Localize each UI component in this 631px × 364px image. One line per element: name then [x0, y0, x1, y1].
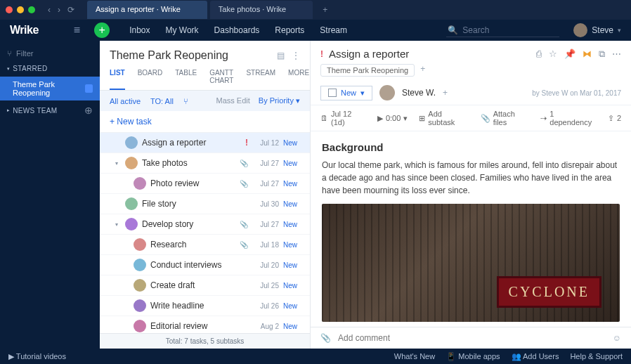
- logo[interactable]: Wrike: [10, 24, 39, 37]
- sidebar-item-label: Theme Park Reopening: [13, 80, 85, 97]
- sidebar-item-theme-park[interactable]: Theme Park Reopening: [0, 77, 100, 100]
- search-box[interactable]: 🔍 Search: [446, 24, 559, 37]
- task-row[interactable]: Create draftJul 25New: [100, 275, 310, 296]
- new-task-button[interactable]: + New task: [100, 111, 310, 133]
- detail-body[interactable]: Background Our local theme park, which i…: [311, 131, 631, 327]
- expand-icon[interactable]: ▾: [115, 160, 121, 167]
- pin-icon[interactable]: 📌: [564, 48, 575, 60]
- window-tab[interactable]: Assign a reporter · Wrike: [87, 1, 207, 19]
- sidebar-section-newsteam[interactable]: ▸NEWS TEAM ⊕: [0, 100, 100, 120]
- tab-stream[interactable]: STREAM: [246, 69, 275, 90]
- sidebar-filter[interactable]: ⑂ Filter: [0, 46, 100, 60]
- tab-table[interactable]: TABLE: [175, 69, 197, 90]
- tab-board[interactable]: BOARD: [138, 69, 163, 90]
- maximize-window[interactable]: [28, 6, 35, 13]
- detail-header: ! Assign a reporter ⎙ ☆ 📌 ⧓ ⧉ ⋯: [311, 41, 631, 60]
- forward-icon[interactable]: ›: [58, 5, 60, 15]
- add-users[interactable]: 👥 Add Users: [512, 352, 559, 361]
- create-button[interactable]: +: [94, 22, 110, 38]
- task-row[interactable]: Write headlineJul 26New: [100, 296, 310, 316]
- more-icon[interactable]: ⋯: [612, 48, 621, 60]
- user-menu[interactable]: Steve ▾: [573, 23, 621, 37]
- task-row[interactable]: Photo review📎Jul 27New: [100, 174, 310, 194]
- task-name: Write headline: [150, 301, 248, 311]
- close-window[interactable]: [6, 6, 13, 13]
- whats-new[interactable]: What's New: [394, 352, 435, 361]
- main: ⑂ Filter ▾ STARRED Theme Park Reopening …: [0, 41, 631, 349]
- mobile-apps[interactable]: 📱 Mobile apps: [446, 352, 500, 361]
- assignee-name[interactable]: Steve W.: [402, 88, 436, 98]
- status-dropdown[interactable]: New ▾: [320, 86, 372, 100]
- link-icon[interactable]: ⧉: [599, 48, 605, 60]
- task-avatar: [134, 299, 146, 312]
- top-nav: Inbox My Work Dashboards Reports Stream: [129, 25, 347, 35]
- topbar: Wrike ≡ + Inbox My Work Dashboards Repor…: [0, 20, 631, 41]
- sidebar-section-starred[interactable]: ▾ STARRED: [0, 60, 100, 77]
- task-row[interactable]: File storyJul 30New: [100, 194, 310, 214]
- star-icon[interactable]: ☆: [549, 48, 557, 60]
- add-item-button[interactable]: ⊕: [84, 105, 93, 116]
- task-row[interactable]: Editorial reviewAug 2New: [100, 316, 310, 333]
- nav-mywork[interactable]: My Work: [165, 25, 198, 35]
- archive-icon[interactable]: ▤: [277, 51, 285, 60]
- nav-dashboards[interactable]: Dashboards: [214, 25, 260, 35]
- add-folder-button[interactable]: +: [420, 64, 425, 77]
- nav-stream[interactable]: Stream: [320, 25, 347, 35]
- task-row[interactable]: Conduct interviewsJul 20New: [100, 255, 310, 275]
- task-status: New: [283, 241, 304, 249]
- mass-edit[interactable]: Mass Edit: [216, 96, 250, 105]
- folder-chip[interactable]: Theme Park Reopening: [320, 64, 415, 77]
- task-name: Create draft: [150, 280, 248, 290]
- more-icon[interactable]: ⋮: [292, 51, 300, 60]
- comment-input[interactable]: [338, 333, 606, 343]
- nav-reports[interactable]: Reports: [275, 25, 304, 35]
- task-row[interactable]: ▾Take photos📎Jul 27New: [100, 153, 310, 174]
- tab-more[interactable]: MORE: [288, 69, 309, 90]
- print-icon[interactable]: ⎙: [536, 48, 542, 60]
- refresh-icon[interactable]: ⟳: [67, 5, 74, 15]
- window-tab[interactable]: Take photos · Wrike: [210, 1, 313, 19]
- task-row[interactable]: Assign a reporter!Jul 12New: [100, 133, 310, 153]
- filter-all-active[interactable]: All active: [110, 97, 141, 105]
- share-button[interactable]: ⇪ 2: [608, 114, 621, 123]
- date-chip[interactable]: 🗓Jul 12 (1d): [320, 110, 366, 126]
- detail-meta: New ▾ Steve W. + by Steve W on Mar 01, 2…: [311, 81, 631, 105]
- dependency-button[interactable]: ⇢ 1 dependency: [540, 110, 597, 126]
- menu-icon[interactable]: ≡: [74, 24, 80, 37]
- priority-icon[interactable]: !: [320, 49, 323, 59]
- minimize-window[interactable]: [17, 6, 24, 13]
- add-assignee-button[interactable]: +: [443, 88, 448, 98]
- nav-inbox[interactable]: Inbox: [129, 25, 150, 35]
- back-icon[interactable]: ‹: [48, 5, 51, 15]
- attach-button[interactable]: 📎 Attach files: [481, 110, 530, 126]
- sort-priority[interactable]: By Priority ▾: [259, 96, 300, 105]
- task-status: New: [283, 221, 304, 228]
- expand-icon[interactable]: ▾: [115, 221, 121, 228]
- new-tab-button[interactable]: +: [316, 1, 334, 19]
- filter-to[interactable]: TO: All: [150, 97, 174, 105]
- task-avatar: [125, 157, 138, 169]
- task-name: Editorial review: [150, 321, 248, 331]
- project-title: Theme Park Reopening: [110, 49, 228, 62]
- attachment-icon[interactable]: 📎: [320, 333, 331, 343]
- priority-icon: !: [245, 138, 248, 148]
- window-titlebar: ‹ › ⟳ Assign a reporter · Wrike Take pho…: [0, 0, 631, 20]
- tab-list[interactable]: LIST: [110, 69, 125, 90]
- tutorial-videos[interactable]: ▶ Tutorial videos: [8, 352, 66, 361]
- rss-icon[interactable]: ⧓: [583, 48, 592, 60]
- detail-title[interactable]: Assign a reporter: [329, 48, 531, 60]
- time-tracker[interactable]: ▶ 0:00 ▾: [377, 114, 408, 123]
- task-status: New: [283, 180, 304, 188]
- tab-gantt[interactable]: GANTT CHART: [209, 69, 233, 90]
- emoji-icon[interactable]: ☺: [613, 333, 621, 343]
- task-row[interactable]: ▾Develop story📎Jul 27New: [100, 214, 310, 235]
- attached-image[interactable]: CYCLONE: [322, 204, 620, 322]
- add-subtask-button[interactable]: ⊞ Add subtask: [419, 110, 469, 126]
- sidebar: ⑂ Filter ▾ STARRED Theme Park Reopening …: [0, 41, 100, 349]
- nav-arrows: ‹ › ⟳: [48, 5, 74, 15]
- help-support[interactable]: Help & Support: [570, 352, 623, 361]
- chevron-down-icon: ▾: [7, 66, 10, 72]
- filter-icon[interactable]: ⑂: [183, 97, 188, 105]
- assignee-avatar[interactable]: [379, 85, 395, 100]
- task-row[interactable]: Research📎Jul 18New: [100, 235, 310, 255]
